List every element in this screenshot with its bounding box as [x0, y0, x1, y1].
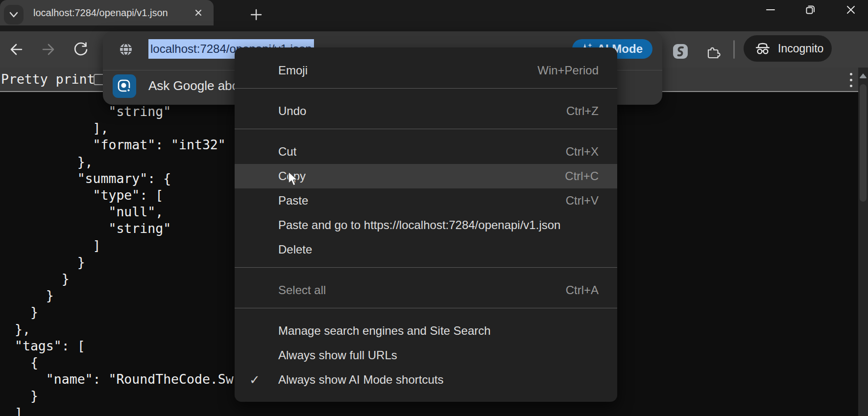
- menu-item-label: Paste and go to https://localhost:7284/o…: [278, 218, 560, 232]
- menu-item-shortcut: Ctrl+Z: [566, 104, 599, 118]
- forward-button[interactable]: [37, 38, 60, 61]
- menu-item-shortcut: Ctrl+C: [565, 169, 599, 183]
- menu-separator: [235, 308, 617, 308]
- tab-title: localhost:7284/openapi/v1.json: [33, 7, 168, 19]
- menu-item-undo[interactable]: UndoCtrl+Z: [235, 99, 617, 123]
- menu-separator: [235, 129, 617, 129]
- menu-item-label: Delete: [278, 243, 312, 256]
- menu-item-label: Cut: [278, 145, 296, 159]
- omnibox-suggestion[interactable]: Ask Google abo: [148, 78, 239, 93]
- reload-button[interactable]: [70, 38, 92, 61]
- dot: [850, 79, 852, 81]
- back-button[interactable]: [5, 38, 27, 61]
- tab-close-button[interactable]: [193, 7, 204, 18]
- menu-item-always-show-ai-mode-shortcuts[interactable]: ✓Always show AI Mode shortcuts: [235, 368, 617, 392]
- mouse-cursor: [287, 171, 300, 187]
- reload-icon: [72, 41, 90, 58]
- incognito-badge: Incognito: [744, 35, 832, 62]
- menu-item-shortcut: Ctrl+V: [566, 194, 599, 208]
- toolbar-separator: [733, 40, 735, 59]
- page-scrollbar[interactable]: [858, 68, 868, 416]
- dot: [850, 85, 852, 87]
- menu-item-shortcut: Win+Period: [537, 64, 599, 77]
- forward-arrow-icon: [40, 41, 57, 58]
- menu-item-manage-search-engines-and-site-search[interactable]: Manage search engines and Site Search: [235, 319, 617, 343]
- puzzle-icon: [705, 44, 721, 60]
- tab-strip: localhost:7284/openapi/v1.json: [0, 0, 868, 31]
- s-glyph-icon: [674, 45, 687, 58]
- extension-surfshark-icon[interactable]: [673, 44, 688, 59]
- menu-item-label: Always show AI Mode shortcuts: [278, 373, 443, 387]
- context-menu: EmojiWin+PeriodUndoCtrl+ZCutCtrl+XCopyCt…: [235, 47, 617, 402]
- checkmark-icon: ✓: [249, 368, 260, 392]
- google-lens-icon: [113, 74, 136, 98]
- menu-item-label: Always show full URLs: [278, 348, 397, 362]
- browser-menu-button[interactable]: [840, 69, 862, 91]
- minimize-icon: [765, 4, 776, 15]
- new-tab-button[interactable]: [246, 5, 266, 24]
- menu-item-label: Manage search engines and Site Search: [278, 324, 491, 338]
- incognito-label: Incognito: [778, 42, 823, 55]
- menu-item-cut[interactable]: CutCtrl+X: [235, 139, 617, 164]
- chevron-down-icon: [8, 9, 19, 20]
- restore-icon: [805, 4, 816, 15]
- json-document-text: "string" ], "format": "int32" }, "summar…: [15, 103, 234, 416]
- globe-icon: [119, 42, 133, 57]
- pretty-print-label: Pretty print: [1, 68, 95, 91]
- menu-item-label: Paste: [278, 194, 308, 208]
- close-icon: [194, 9, 202, 17]
- menu-item-emoji[interactable]: EmojiWin+Period: [235, 58, 617, 83]
- menu-item-always-show-full-urls[interactable]: Always show full URLs: [235, 343, 617, 368]
- window-close-button[interactable]: [840, 0, 862, 20]
- dot: [850, 73, 852, 75]
- menu-item-paste-and-go-to-https-localhost-7284-ope[interactable]: Paste and go to https://localhost:7284/o…: [235, 213, 617, 237]
- menu-item-select-all[interactable]: Select allCtrl+A: [235, 278, 617, 302]
- scrollbar-thumb[interactable]: [860, 84, 867, 202]
- tab-search-button[interactable]: [4, 5, 24, 24]
- menu-item-paste[interactable]: PasteCtrl+V: [235, 188, 617, 213]
- menu-item-label: Emoji: [278, 64, 308, 77]
- active-tab[interactable]: localhost:7284/openapi/v1.json: [0, 0, 214, 25]
- menu-separator: [235, 88, 617, 89]
- menu-item-shortcut: Ctrl+A: [566, 283, 599, 297]
- window-minimize-button[interactable]: [759, 0, 782, 20]
- menu-item-delete[interactable]: Delete: [235, 237, 617, 262]
- menu-item-label: Undo: [278, 104, 306, 118]
- plus-icon: [250, 8, 263, 21]
- window-restore-button[interactable]: [799, 0, 821, 20]
- menu-separator: [235, 267, 617, 268]
- close-icon: [845, 4, 856, 15]
- menu-item-shortcut: Ctrl+X: [566, 145, 599, 159]
- extensions-puzzle-icon[interactable]: [705, 44, 721, 60]
- back-arrow-icon: [7, 41, 25, 58]
- menu-item-label: Select all: [278, 283, 326, 297]
- incognito-icon: [754, 42, 771, 55]
